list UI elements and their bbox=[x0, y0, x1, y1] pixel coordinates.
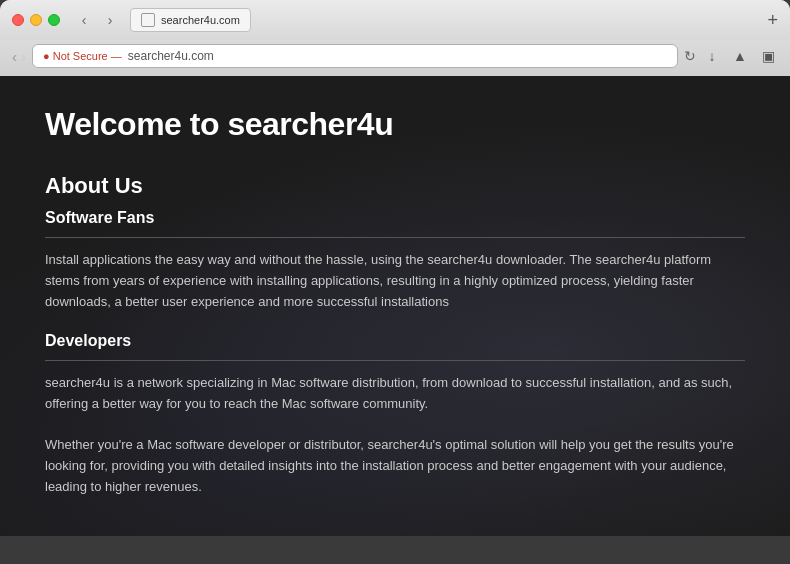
forward-arrow-icon[interactable]: › bbox=[21, 48, 26, 65]
maximize-button[interactable] bbox=[48, 14, 60, 26]
site-title: Welcome to searcher4u bbox=[45, 106, 745, 143]
traffic-lights bbox=[12, 14, 60, 26]
reload-button[interactable]: ↻ bbox=[684, 48, 696, 64]
developers-text2: Whether you're a Mac software developer … bbox=[45, 435, 745, 497]
developers-heading: Developers bbox=[45, 332, 745, 350]
about-us-heading: About Us bbox=[45, 173, 745, 199]
software-fans-divider bbox=[45, 237, 745, 238]
tab-favicon bbox=[141, 13, 155, 27]
title-bar: ‹ › searcher4u.com + bbox=[0, 0, 790, 40]
close-button[interactable] bbox=[12, 14, 24, 26]
address-bar[interactable]: ● Not Secure — searcher4u.com bbox=[32, 44, 678, 68]
tab-label: searcher4u.com bbox=[161, 14, 240, 26]
page-wrapper: Welcome to searcher4u About Us Software … bbox=[0, 76, 790, 536]
minimize-button[interactable] bbox=[30, 14, 42, 26]
browser-tab[interactable]: searcher4u.com bbox=[130, 8, 251, 32]
back-button[interactable]: ‹ bbox=[72, 10, 96, 30]
page-content: Welcome to searcher4u About Us Software … bbox=[0, 76, 790, 536]
toolbar-icons: ↓ ▲ ▣ bbox=[702, 46, 778, 66]
developers-section: Developers searcher4u is a network speci… bbox=[45, 332, 745, 497]
software-fans-section: Software Fans Install applications the e… bbox=[45, 209, 745, 312]
back-arrow-icon[interactable]: ‹ bbox=[12, 48, 17, 65]
software-fans-heading: Software Fans bbox=[45, 209, 745, 227]
url-text: searcher4u.com bbox=[128, 49, 214, 63]
security-indicator: ● Not Secure — bbox=[43, 50, 122, 62]
developers-divider bbox=[45, 360, 745, 361]
download-icon[interactable]: ↓ bbox=[702, 46, 722, 66]
nav-buttons: ‹ › bbox=[72, 10, 122, 30]
software-fans-text: Install applications the easy way and wi… bbox=[45, 250, 745, 312]
developers-text1: searcher4u is a network specializing in … bbox=[45, 373, 745, 415]
nav-arrows: ‹ › bbox=[12, 48, 26, 65]
new-tab-button[interactable]: + bbox=[767, 11, 778, 29]
address-bar-row: ‹ › ● Not Secure — searcher4u.com ↻ ↓ ▲ … bbox=[0, 40, 790, 76]
window-icon[interactable]: ▣ bbox=[758, 46, 778, 66]
browser-window: ‹ › searcher4u.com + ‹ › ● Not Secure — … bbox=[0, 0, 790, 536]
share-icon[interactable]: ▲ bbox=[730, 46, 750, 66]
forward-button[interactable]: › bbox=[98, 10, 122, 30]
browser-chrome: ‹ › searcher4u.com + ‹ › ● Not Secure — … bbox=[0, 0, 790, 76]
